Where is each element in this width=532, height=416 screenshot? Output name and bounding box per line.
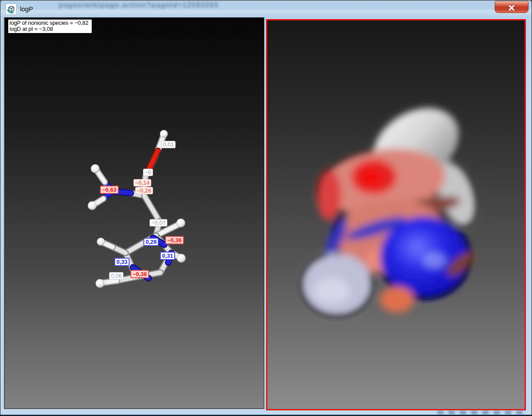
atom-logp-label: −0,26 (135, 187, 153, 194)
window-title: logP (20, 5, 33, 13)
marvin-app-icon (6, 4, 16, 14)
close-icon (507, 4, 516, 11)
logp-info-line: logP of nonionic species = −0,82 (10, 20, 88, 26)
atom-logp-label: −0 (143, 169, 153, 176)
atom-logp-label: −0,07 (150, 219, 167, 226)
structure-3d-viewer-panel[interactable]: logP of nonionic species = −0,82 logD at… (4, 17, 264, 409)
titlebar[interactable]: pages/wikipage.action?pageId=12583265 lo… (0, 0, 532, 17)
logp-info-box: logP of nonionic species = −0,82 logD at… (8, 19, 92, 33)
atom-logp-label: 0,29 (143, 238, 159, 246)
logd-info-line: logD at pI = −3,08 (10, 26, 88, 32)
frame-glass-smudge (437, 411, 524, 414)
titlebar-glass-reflection: pages/wikipage.action?pageId=12583265 (59, 1, 219, 10)
titlebar-glass-highlight (0, 10, 532, 17)
atom-logp-label: −0,14 (133, 179, 151, 186)
atom-logp-label: −0,63 (100, 186, 119, 194)
atom-logp-label: 0,33 (114, 258, 130, 266)
logp-plugin-window: pages/wikipage.action?pageId=12583265 lo… (0, 0, 532, 416)
marvin-cube-icon (7, 5, 16, 14)
atom-logp-label: 0,31 (160, 252, 175, 260)
surface-color-lobes (301, 92, 483, 316)
atom-logp-label: −0,36 (165, 236, 184, 244)
close-button[interactable] (495, 1, 529, 13)
molecule-3d-render (5, 18, 264, 409)
atom-logp-label: −0,36 (130, 270, 149, 278)
atom-logp-label: 0,06 (109, 272, 123, 280)
logp-surface-render (267, 20, 525, 409)
surface-3d-viewer-panel[interactable] (266, 19, 526, 410)
atom-logp-label: 0,01 (161, 141, 176, 148)
